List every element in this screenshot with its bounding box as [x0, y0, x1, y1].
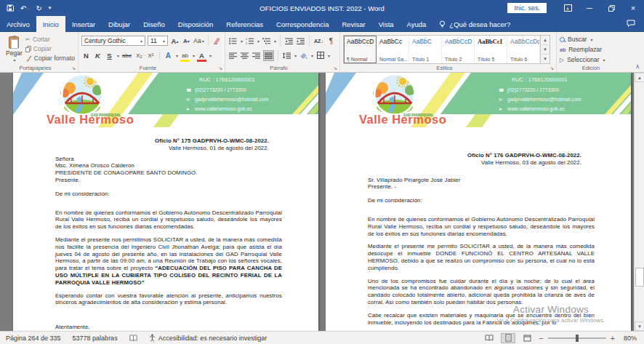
print-layout-icon[interactable] [501, 333, 515, 343]
paragraph-dialog-launcher-icon[interactable]: ↘ [333, 65, 337, 71]
read-mode-icon[interactable] [482, 333, 496, 343]
customize-qat-icon[interactable]: ▾ [49, 2, 52, 14]
tab-inicio[interactable]: Inicio [36, 16, 65, 32]
clear-formatting-icon[interactable] [212, 36, 222, 47]
proofing-status[interactable] [124, 332, 143, 344]
italic-button[interactable]: K [93, 50, 102, 61]
font-dialog-launcher-icon[interactable]: ↘ [218, 65, 222, 71]
replace-button[interactable]: ab Reemplazar [560, 44, 622, 55]
vertical-scrollbar[interactable]: ▲ ▼ [634, 73, 644, 331]
minimize-button[interactable]: ─ [579, 0, 600, 16]
sign-in-button[interactable]: Inic. ses. [507, 3, 547, 13]
style-normal[interactable]: AaBbCcD ¶ Normal [344, 36, 377, 63]
styles-scroll-up-icon[interactable]: ▲ [541, 36, 550, 45]
style-titulo-1[interactable]: AaBbC Título 1 [409, 36, 442, 63]
cut-button[interactable]: ✂Cortar [25, 35, 75, 44]
collapse-ribbon-icon[interactable]: ∧ [635, 63, 640, 70]
styles-dialog-launcher-icon[interactable]: ↘ [550, 65, 554, 71]
align-left-icon[interactable] [228, 50, 238, 61]
bold-button[interactable]: N [81, 50, 91, 61]
title-bar[interactable]: ↶▾ ↻ ▾ OFICIOS ENVIADOS INST. 2022 - Wor… [0, 0, 644, 16]
letter-date: Valle Hermoso, 03 de agosto del 2022. [368, 159, 595, 167]
restore-button[interactable] [600, 0, 622, 16]
borders-icon[interactable] [315, 50, 325, 61]
word-count-status[interactable]: 53778 palabras [67, 332, 124, 344]
styles-more-icon[interactable]: ▼ [541, 55, 550, 63]
underline-button[interactable]: S [105, 50, 114, 61]
cursor-icon: ▷ [560, 57, 564, 63]
zoom-level[interactable]: 80% [619, 335, 637, 342]
zoom-slider-thumb[interactable] [576, 335, 579, 342]
decrease-indent-icon[interactable] [284, 36, 294, 47]
quick-access-toolbar: ↶▾ ↻ ▾ [0, 2, 51, 14]
zoom-in-icon[interactable]: + [611, 335, 615, 342]
tab-archivo[interactable]: Archivo [0, 16, 36, 32]
style-titulo-2[interactable]: AaBbCcD Título 2 [442, 36, 475, 63]
line-spacing-icon[interactable] [282, 50, 291, 61]
increase-indent-icon[interactable] [296, 36, 305, 47]
styles-gallery-scroll: ▲ ▼ ▼ [541, 35, 550, 64]
zoom-slider[interactable] [548, 337, 606, 339]
font-size-combo[interactable]: 11▾ [148, 36, 168, 46]
style-normal-sa[interactable]: AaBbCc Normal Sa... [377, 36, 409, 63]
tab-revisar[interactable]: Revisar [335, 16, 371, 32]
style-titulo-6[interactable]: AaBbCcDc Título 6 [507, 36, 540, 63]
zoom-out-icon[interactable]: − [539, 335, 543, 342]
copy-button[interactable]: Copiar [25, 44, 75, 53]
feedback-icon[interactable] [627, 20, 635, 27]
font-color-icon[interactable]: A [197, 50, 206, 61]
style-titulo-5[interactable]: AaBbCcI Título 5 [475, 36, 507, 63]
close-button[interactable]: × [622, 0, 644, 16]
grow-font-icon[interactable]: A▴ [170, 36, 180, 47]
ribbon-display-options-icon[interactable]: ∧ [557, 0, 579, 16]
find-button[interactable]: Buscar▾ [560, 34, 622, 44]
brush-icon [25, 55, 32, 62]
letter-body: En nombre de quienes conformamos el Gobi… [55, 209, 282, 307]
undo-icon[interactable]: ↶▾ [20, 2, 29, 14]
multilevel-list-icon[interactable] [262, 36, 271, 47]
tab-vista[interactable]: Vista [372, 16, 401, 32]
show-marks-icon[interactable]: ¶ [326, 36, 336, 47]
select-button[interactable]: ▷ Seleccionar▾ [560, 55, 622, 65]
recipient-block: SeñoraMsc. Ximena Orosco CalderónPRESIDE… [55, 156, 282, 184]
justify-icon[interactable] [263, 50, 274, 61]
superscript-button[interactable]: X² [146, 50, 156, 61]
scrollbar-thumb[interactable] [635, 268, 644, 287]
accessibility-status[interactable]: Accesibilidad: es necesario investigar [143, 332, 273, 344]
highlight-color-icon[interactable]: ab [180, 50, 190, 61]
font-family-combo[interactable]: Century Gothic▾ [81, 36, 145, 46]
strikethrough-button[interactable]: abc [121, 50, 132, 61]
styles-scroll-down-icon[interactable]: ▼ [541, 45, 550, 55]
subscript-button[interactable]: X₂ [134, 50, 144, 61]
web-layout-icon[interactable] [520, 333, 534, 343]
document-page-1[interactable]: GAD PARROQUIAL Valle Hermoso RUC : 17681… [13, 73, 318, 331]
titlebar-controls: Inic. ses. ∧ ─ × [507, 0, 644, 16]
shrink-font-icon[interactable]: A▾ [182, 36, 191, 47]
scroll-down-icon[interactable]: ▼ [635, 321, 644, 331]
page-count-status[interactable]: Página 264 de 335 [0, 332, 67, 344]
tab-dibujar[interactable]: Dibujar [102, 16, 137, 32]
save-icon[interactable] [7, 2, 14, 14]
bullets-icon[interactable] [228, 36, 238, 47]
paste-button[interactable]: Pegar ▾ [3, 34, 25, 63]
tab-diseno[interactable]: Diseño [137, 16, 172, 32]
tab-disposicion[interactable]: Disposición [172, 16, 220, 32]
tab-correspondencia[interactable]: Correspondencia [270, 16, 335, 32]
shading-icon[interactable] [299, 50, 308, 61]
tab-insertar[interactable]: Insertar [65, 16, 102, 32]
document-page-2[interactable]: GAD PARROQUIAL Valle Hermoso RUC : 17681… [326, 73, 631, 331]
change-case-icon[interactable]: Aa▾ [193, 36, 204, 47]
replace-icon: ab [560, 47, 565, 52]
align-right-icon[interactable] [251, 50, 261, 61]
tab-ayuda[interactable]: Ayuda [401, 16, 433, 32]
text-effects-icon[interactable]: A [164, 50, 173, 61]
format-painter-button[interactable]: Copiar formato [25, 54, 75, 63]
clipboard-dialog-launcher-icon[interactable]: ↘ [71, 65, 76, 71]
sort-icon[interactable]: AZ↓ [313, 36, 324, 47]
numbering-icon[interactable]: 12 [245, 36, 254, 47]
scroll-up-icon[interactable]: ▲ [635, 73, 644, 82]
redo-icon[interactable]: ↻ [36, 2, 41, 14]
align-center-icon[interactable] [240, 50, 249, 61]
tab-referencias[interactable]: Referencias [220, 16, 270, 32]
tell-me-box[interactable]: ¿Qué desea hacer? [432, 16, 517, 32]
